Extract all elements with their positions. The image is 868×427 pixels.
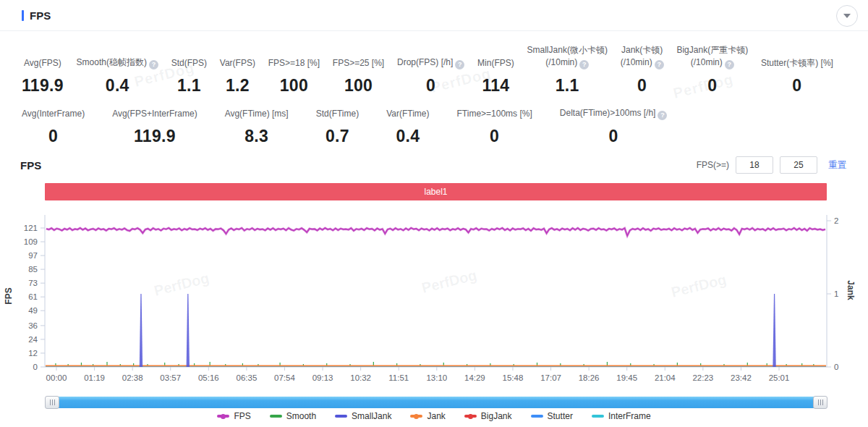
x-axis-tick: 03:57 [160, 373, 181, 382]
chart-section-header: FPS FPS(>=) 重置 [0, 146, 868, 174]
x-axis-tick: 21:04 [655, 373, 676, 382]
stat-label: Delta(FTime)>100ms [/h]? [560, 107, 668, 120]
panel-title: FPS [30, 9, 51, 22]
fps-panel: FPS Avg(FPS)119.9Smooth(稳帧指数)?0.4Std(FPS… [0, 0, 868, 427]
right-axis-tick: 1 [834, 289, 838, 298]
left-axis-tick: 12 [28, 349, 38, 358]
x-axis-tick: 05:16 [198, 373, 219, 382]
stats-row-2: Avg(InterFrame)0Avg(FPS+InterFrame)119.9… [0, 96, 868, 146]
stat-label: SmallJank(微小卡顿)(/10min)? [527, 44, 608, 69]
chart-svg: PerfDogPerfDogPerfDog0122436496173859710… [0, 203, 868, 386]
stat-label: FPS>=25 [%] [333, 45, 384, 69]
x-axis-tick: 09:13 [312, 373, 333, 382]
x-axis-tick: 06:35 [237, 373, 258, 382]
help-icon[interactable]: ? [579, 60, 589, 69]
legend-label: InterFrame [608, 411, 651, 421]
scrollbar-left-handle[interactable] [45, 396, 59, 409]
stat-label: BigJank(严重卡顿)(/10min)? [676, 44, 748, 69]
x-axis-tick: 23:42 [731, 373, 752, 382]
x-axis-tick: 10:32 [350, 373, 371, 382]
fps-threshold-controls: FPS(>=) 重置 [697, 156, 846, 174]
stat-value: 0.4 [77, 76, 158, 96]
stat-drop-fps-h: Drop(FPS) [/h]?0 [397, 45, 464, 96]
legend-label: Jank [427, 411, 445, 421]
scrollbar-right-handle[interactable] [813, 396, 827, 409]
stat-delta-ftime-100ms-h: Delta(FTime)>100ms [/h]?0 [560, 107, 668, 146]
x-axis-tick: 02:38 [122, 373, 143, 382]
help-icon[interactable]: ? [149, 60, 158, 69]
legend-item-jank[interactable]: Jank [410, 411, 445, 421]
fps-chart[interactable]: PerfDogPerfDogPerfDog0122436496173859710… [0, 203, 868, 386]
stat-label: Avg(FPS) [22, 45, 64, 69]
stat-label: FTime>=100ms [%] [457, 108, 532, 120]
left-axis-tick: 36 [28, 321, 38, 330]
reset-link[interactable]: 重置 [828, 159, 846, 172]
legend-item-smalljank[interactable]: SmallJank [335, 411, 391, 421]
stat-value: 0 [560, 127, 668, 146]
stat-value: 1.2 [220, 76, 255, 96]
watermark: PerfDog [420, 267, 479, 296]
x-axis-tick: 11:51 [388, 373, 409, 382]
x-axis-tick: 22:23 [692, 373, 713, 382]
collapse-button[interactable] [836, 5, 858, 27]
help-icon[interactable]: ? [455, 60, 464, 69]
stat-avg-fps: Avg(FPS)119.9 [22, 45, 64, 96]
x-axis-tick: 25:01 [769, 373, 790, 382]
stat-label: Drop(FPS) [/h]? [397, 45, 464, 69]
legend-item-interframe[interactable]: InterFrame [592, 411, 651, 421]
scrollbar-selected-range[interactable] [52, 397, 820, 408]
stat-label: Smooth(稳帧指数)? [77, 45, 158, 69]
fps-threshold-input-1[interactable] [736, 156, 773, 174]
stat-std-ftime: Std(FTime)0.7 [316, 108, 359, 146]
help-icon[interactable]: ? [658, 111, 667, 120]
stat-value: 114 [477, 76, 514, 96]
fps-ge-label: FPS(>=) [697, 160, 729, 170]
help-icon[interactable]: ? [725, 60, 734, 69]
stat-label: Var(FPS) [220, 45, 255, 69]
stat-label: Jank(卡顿)(/10min)? [621, 44, 664, 69]
legend-label: SmallJank [352, 411, 391, 421]
left-axis-tick: 49 [28, 306, 38, 315]
left-axis-tick: 85 [28, 265, 38, 274]
chart-title: FPS [20, 159, 41, 172]
stat-smooth: Smooth(稳帧指数)?0.4 [77, 45, 158, 96]
stat-value: 0 [621, 76, 664, 96]
stat-label: Stutter(卡顿率) [%] [761, 45, 833, 69]
legend-item-smooth[interactable]: Smooth [270, 411, 316, 421]
stat-min-fps: Min(FPS)114 [477, 45, 514, 96]
right-axis-tick: 2 [834, 216, 838, 225]
left-axis-tick: 109 [24, 237, 38, 246]
panel-header: FPS [0, 0, 868, 31]
stat-jank: Jank(卡顿)(/10min)?0 [621, 44, 664, 96]
label-annotation-banner: label1 [45, 183, 827, 200]
stat-value: 0 [457, 127, 532, 146]
legend-item-stutter[interactable]: Stutter [531, 411, 573, 421]
stat-label: Std(FTime) [316, 108, 359, 120]
stat-label: Min(FPS) [477, 45, 514, 69]
stat-avg-fps-interframe: Avg(FPS+InterFrame)119.9 [112, 108, 197, 146]
legend-marker-icon [531, 415, 543, 418]
x-axis-tick: 14:29 [464, 373, 485, 382]
legend-marker-icon [410, 415, 422, 418]
stat-value: 119.9 [112, 127, 197, 146]
stat-value: 0 [676, 76, 748, 96]
legend-item-fps[interactable]: FPS [217, 411, 250, 421]
series-smalljank-spike [773, 294, 775, 367]
annotation-label: label1 [424, 187, 447, 197]
left-axis-tick: 97 [28, 251, 38, 260]
stat-ftime-100ms: FTime>=100ms [%]0 [457, 108, 532, 146]
x-axis-tick: 00:00 [46, 373, 67, 382]
legend-label: FPS [234, 411, 250, 421]
chevron-down-icon [843, 14, 851, 18]
stat-value: 1.1 [527, 76, 608, 96]
stat-value: 100 [268, 76, 320, 96]
left-axis-tick: 0 [33, 363, 38, 371]
legend-item-bigjank[interactable]: BigJank [464, 411, 512, 421]
stat-value: 119.9 [22, 76, 64, 96]
grip-icon [818, 399, 823, 405]
help-icon[interactable]: ? [655, 60, 664, 69]
stat-label: Var(FTime) [386, 108, 429, 120]
chart-range-scrollbar[interactable] [45, 396, 827, 409]
fps-threshold-input-2[interactable] [780, 156, 817, 174]
stat-bigjank: BigJank(严重卡顿)(/10min)?0 [676, 44, 748, 96]
